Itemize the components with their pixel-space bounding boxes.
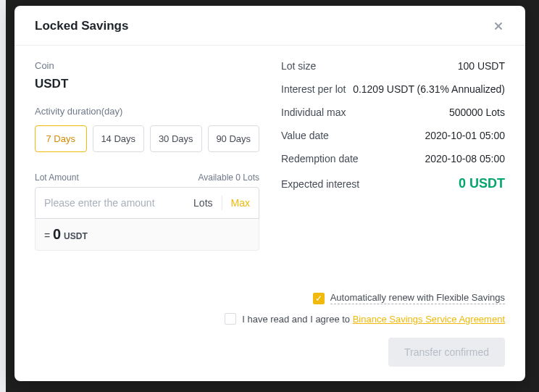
info-label: Lot size: [281, 60, 316, 72]
modal-title: Locked Savings: [35, 19, 128, 33]
info-row-individual-max: Individual max 500000 Lots: [281, 107, 505, 118]
info-label: Interest per lot: [281, 83, 346, 95]
duration-7-days[interactable]: 7 Days: [35, 125, 87, 152]
auto-renew-row: Automatically renew with Flexible Saving…: [313, 292, 505, 304]
modal-footer: Automatically renew with Flexible Saving…: [14, 292, 525, 381]
expected-interest-value: 0 USDT: [459, 176, 505, 191]
auto-renew-checkbox[interactable]: [313, 293, 325, 304]
info-value: 0.1209 USDT (6.31% Annualized): [353, 83, 505, 95]
agree-prefix: I have read and I agree to: [242, 314, 353, 325]
info-row-lot-size: Lot size 100 USDT: [281, 60, 505, 72]
right-column: Lot size 100 USDT Interest per lot 0.120…: [281, 60, 505, 285]
info-label: Redemption date: [281, 153, 359, 164]
info-row-expected-interest: Expected interest 0 USDT: [281, 176, 505, 191]
coin-name: USDT: [35, 77, 259, 91]
left-column: Coin USDT Activity duration(day) 7 Days …: [35, 60, 259, 285]
duration-label: Activity duration(day): [35, 106, 259, 117]
auto-renew-label: Automatically renew with Flexible Saving…: [330, 292, 505, 304]
locked-savings-modal: Locked Savings Coin USDT Activity durati…: [14, 6, 525, 381]
info-row-interest-per-lot: Interest per lot 0.1209 USDT (6.31% Annu…: [281, 83, 505, 95]
info-row-value-date: Value date 2020-10-01 05:00: [281, 130, 505, 141]
info-label: Individual max: [281, 107, 346, 118]
expected-interest-label: Expected interest: [281, 178, 359, 190]
available-lots: Available 0 Lots: [198, 172, 259, 183]
equals-value: 0: [53, 226, 61, 242]
info-value: 2020-10-01 05:00: [425, 130, 505, 141]
input-divider: [222, 196, 222, 210]
info-value: 100 USDT: [458, 60, 505, 72]
modal-header: Locked Savings: [14, 6, 525, 46]
duration-options: 7 Days 14 Days 30 Days 90 Days: [35, 125, 259, 152]
transfer-confirmed-button[interactable]: Transfer confirmed: [388, 338, 505, 367]
equals-unit: USDT: [64, 231, 88, 241]
equals-row: = 0 USDT: [35, 219, 259, 251]
lot-amount-input[interactable]: [44, 197, 193, 209]
lot-amount-label: Lot Amount: [35, 172, 79, 183]
service-agreement-link[interactable]: Binance Savings Service Agreement: [353, 314, 505, 325]
info-row-redemption-date: Redemption date 2020-10-08 05:00: [281, 153, 505, 164]
info-value: 500000 Lots: [449, 107, 505, 118]
lots-unit: Lots: [193, 197, 212, 209]
agree-checkbox[interactable]: [225, 313, 236, 325]
coin-label: Coin: [35, 60, 259, 71]
info-value: 2020-10-08 05:00: [425, 153, 505, 164]
max-button[interactable]: Max: [231, 197, 250, 209]
agree-row: I have read and I agree to Binance Savin…: [225, 313, 505, 325]
close-button[interactable]: [492, 20, 505, 33]
lot-amount-input-wrap: Lots Max: [35, 187, 259, 219]
equals-prefix: =: [44, 230, 53, 241]
duration-30-days[interactable]: 30 Days: [150, 125, 202, 152]
duration-14-days[interactable]: 14 Days: [93, 125, 145, 152]
duration-90-days[interactable]: 90 Days: [208, 125, 260, 152]
info-label: Value date: [281, 130, 329, 141]
close-icon: [492, 20, 505, 33]
